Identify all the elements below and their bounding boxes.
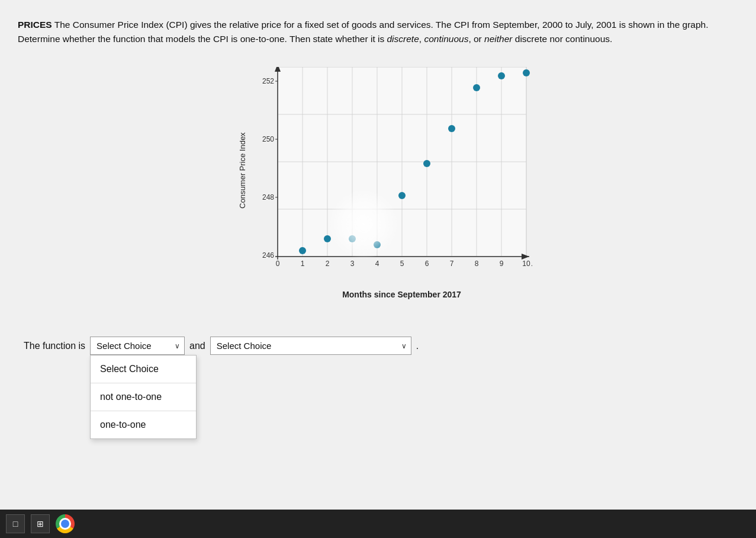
svg-point-48 — [473, 84, 480, 91]
svg-text:248: 248 — [262, 193, 274, 201]
chart-area: 252 250 248 246 0 1 2 3 4 5 6 7 — [248, 67, 532, 280]
dropdown2-wrapper[interactable]: Select Choice discrete continuous neithe… — [210, 337, 411, 355]
taskbar-square-icon[interactable]: □ — [6, 514, 25, 533]
dropdown1-open-menu: Select Choice not one-to-one one-to-one — [90, 355, 197, 439]
problem-prefix: PRICES — [18, 20, 52, 30]
svg-text:2: 2 — [325, 260, 329, 268]
x-axis-label: Months since September 2017 — [278, 290, 526, 299]
svg-text:250: 250 — [262, 135, 274, 143]
svg-text:6: 6 — [424, 260, 429, 268]
svg-text:5: 5 — [400, 260, 404, 268]
svg-text:8: 8 — [474, 260, 478, 268]
italic-continuous: continuous — [424, 34, 468, 44]
graph-container: Consumer Price Index — [18, 58, 738, 307]
grid-symbol: ⊞ — [37, 519, 44, 529]
svg-point-43 — [349, 235, 356, 242]
dropdown1-wrapper[interactable]: Select Choice not one-to-one one-to-one … — [90, 337, 185, 355]
svg-text:0: 0 — [275, 260, 279, 268]
svg-text:10: 10 — [522, 260, 530, 268]
period: . — [416, 341, 419, 351]
svg-text:x: x — [531, 260, 532, 268]
svg-text:1: 1 — [300, 260, 304, 268]
svg-point-44 — [374, 241, 381, 248]
svg-text:9: 9 — [499, 260, 503, 268]
svg-point-42 — [324, 235, 331, 242]
main-content: PRICES The Consumer Price Index (CPI) gi… — [0, 0, 756, 510]
svg-text:3: 3 — [350, 260, 354, 268]
graph-wrapper: Consumer Price Index — [201, 58, 556, 307]
dropdown2-select[interactable]: Select Choice discrete continuous neithe… — [210, 337, 411, 355]
or-text: , or — [468, 34, 484, 44]
chart-svg: 252 250 248 246 0 1 2 3 4 5 6 7 — [248, 67, 532, 280]
italic-discrete: discrete — [387, 34, 419, 44]
problem-end: discrete nor continuous. — [513, 34, 613, 44]
taskbar-grid-icon[interactable]: ⊞ — [31, 514, 50, 533]
function-row: The function is Select Choice not one-to… — [18, 337, 738, 355]
svg-point-50 — [523, 69, 530, 76]
svg-text:4: 4 — [375, 260, 379, 268]
italic-neither: neither — [484, 34, 512, 44]
function-label: The function is — [24, 341, 85, 351]
problem-text: PRICES The Consumer Price Index (CPI) gi… — [18, 18, 728, 46]
svg-point-46 — [423, 160, 430, 167]
square-symbol: □ — [13, 519, 18, 529]
dropdown1-item-not-one-to-one[interactable]: not one-to-one — [91, 383, 196, 411]
dropdown1-item-select-choice[interactable]: Select Choice — [91, 356, 196, 383]
svg-point-41 — [299, 247, 306, 254]
svg-point-47 — [448, 125, 455, 132]
svg-point-45 — [398, 192, 406, 199]
svg-point-49 — [498, 72, 505, 79]
taskbar: □ ⊞ — [0, 510, 756, 538]
svg-text:246: 246 — [262, 251, 274, 260]
dropdown1-item-one-to-one[interactable]: one-to-one — [91, 411, 196, 438]
dropdown1-select[interactable]: Select Choice not one-to-one one-to-one — [90, 337, 185, 355]
and-text: and — [189, 341, 205, 351]
taskbar-chrome-icon[interactable] — [56, 514, 75, 533]
svg-text:7: 7 — [449, 260, 453, 268]
svg-text:252: 252 — [262, 77, 274, 85]
